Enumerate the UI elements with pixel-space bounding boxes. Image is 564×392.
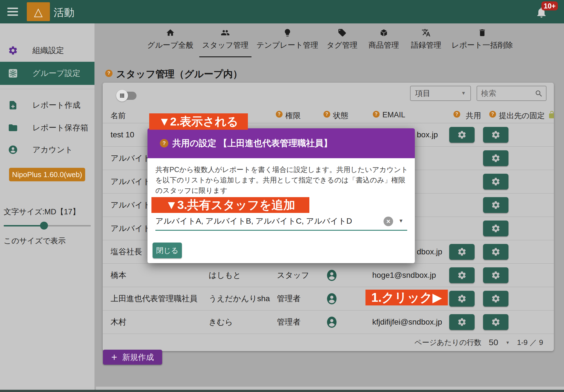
plus-icon: + bbox=[111, 352, 117, 362]
staff-name: アルバイト bbox=[111, 193, 151, 217]
tab-group-general[interactable]: グループ全般 bbox=[147, 28, 193, 57]
column-header-fix-destination[interactable]: 提出先の固定 bbox=[499, 111, 545, 121]
sidebar-item-org-settings[interactable]: 組織設定 bbox=[0, 41, 94, 60]
help-icon[interactable]: ? bbox=[489, 111, 496, 118]
font-size-label: 文字サイズ:MD【17】 bbox=[4, 207, 80, 217]
column-header-status[interactable]: 状態 bbox=[333, 111, 348, 121]
fix-destination-button[interactable] bbox=[483, 127, 508, 143]
page-title: スタッフ管理（グループ内） bbox=[116, 68, 243, 81]
sidebar-item-report-box[interactable]: レポート保存箱 bbox=[0, 119, 94, 137]
fix-destination-button[interactable] bbox=[483, 174, 508, 190]
staff-name: 塩谷社長 bbox=[111, 240, 142, 263]
search-icon bbox=[535, 89, 543, 98]
tab-staff-management[interactable]: スタッフ管理 bbox=[202, 28, 249, 57]
slider-thumb[interactable] bbox=[40, 222, 48, 230]
sidebar-item-create-report[interactable]: レポート作成 bbox=[0, 96, 94, 114]
search-field[interactable] bbox=[477, 86, 547, 101]
fix-destination-button[interactable] bbox=[483, 197, 508, 213]
help-icon[interactable]: ? bbox=[453, 111, 460, 118]
help-icon[interactable]: ? bbox=[105, 70, 113, 77]
column-header-email[interactable]: EMAIL bbox=[382, 111, 405, 119]
staff-kana: きむら bbox=[209, 310, 233, 334]
fix-destination-button[interactable] bbox=[483, 244, 508, 260]
staff-email: dbox.jp bbox=[417, 240, 442, 263]
version-button[interactable]: NipoPlus 1.60.0(web) bbox=[9, 168, 85, 181]
column-header-permission[interactable]: 権限 bbox=[285, 111, 301, 121]
close-dialog-button[interactable]: 閉じる bbox=[153, 243, 182, 258]
clear-icon[interactable]: × bbox=[384, 217, 393, 226]
column-select-dropdown[interactable]: 項目 ▼ bbox=[410, 86, 471, 101]
staff-permission: スタッフ bbox=[277, 264, 309, 287]
search-input[interactable] bbox=[481, 87, 531, 99]
sidebar-item-label: アカウント bbox=[32, 144, 73, 155]
tab-tag-management[interactable]: タグ管理 bbox=[327, 28, 357, 57]
sidebar-item-label: レポート保存箱 bbox=[32, 122, 88, 133]
staff-permission: 管理者 bbox=[277, 287, 301, 310]
sidebar-item-account[interactable]: アカウント bbox=[0, 141, 94, 159]
staff-name: 上田進也代表管理職社員 bbox=[111, 287, 197, 310]
chevron-down-icon: ▼ bbox=[461, 91, 466, 96]
status-person-icon bbox=[325, 269, 338, 282]
sidebar: 組織設定 グループ設定 レポート作成 レポート保存箱 アカウント bbox=[0, 23, 94, 390]
help-icon[interactable]: ? bbox=[323, 111, 330, 118]
folder-icon bbox=[8, 123, 18, 133]
file-plus-icon bbox=[8, 100, 18, 110]
sidebar-item-label: レポート作成 bbox=[32, 100, 80, 111]
translate-icon bbox=[422, 28, 431, 37]
tab-template-management[interactable]: テンプレート管理 bbox=[256, 28, 318, 57]
status-person-icon bbox=[325, 316, 338, 329]
slider-fill bbox=[4, 225, 40, 226]
cube-icon bbox=[379, 28, 388, 37]
tab-bulk-delete-reports[interactable]: レポート一括削除 bbox=[451, 28, 513, 57]
fix-destination-button[interactable] bbox=[483, 314, 508, 330]
fix-destination-button[interactable] bbox=[483, 291, 508, 307]
column-header-share[interactable]: 共用 bbox=[466, 111, 481, 121]
dialog-description: 共有PCから複数人がレポートを書く場合に設定します。共用したいアカウントを以下の… bbox=[155, 164, 408, 196]
trash-icon bbox=[478, 28, 487, 37]
share-settings-button[interactable] bbox=[449, 127, 475, 143]
hamburger-menu-icon[interactable] bbox=[7, 8, 18, 16]
share-settings-button[interactable] bbox=[449, 291, 475, 307]
staff-name: 橋本 bbox=[111, 264, 126, 287]
pagination-bar: ページあたりの行数 50 ▼ 1-9 ／ 9 bbox=[103, 334, 554, 351]
fix-destination-button[interactable] bbox=[483, 267, 508, 283]
sidebar-item-label: 組織設定 bbox=[32, 45, 64, 56]
share-settings-button[interactable] bbox=[449, 314, 475, 330]
sidebar-item-group-settings[interactable]: グループ設定 bbox=[0, 62, 94, 85]
app-header: △ 活動 10+ bbox=[0, 0, 564, 23]
column-header-name[interactable]: 名前 bbox=[111, 111, 126, 121]
chevron-down-icon[interactable]: ▼ bbox=[398, 218, 404, 224]
horizontal-scrollbar-area[interactable] bbox=[96, 387, 564, 390]
fix-destination-button[interactable] bbox=[483, 221, 508, 236]
create-new-button[interactable]: + 新規作成 bbox=[103, 350, 162, 365]
fix-destination-button[interactable] bbox=[483, 150, 508, 166]
tag-icon bbox=[338, 28, 347, 37]
help-icon[interactable]: ? bbox=[276, 111, 283, 118]
people-icon bbox=[221, 28, 230, 37]
share-settings-button[interactable] bbox=[449, 244, 475, 260]
rows-per-page-value[interactable]: 50 bbox=[489, 338, 498, 347]
column-display-toggle[interactable] bbox=[116, 90, 137, 102]
tutorial-annotation-1: 1.クリック▶ bbox=[365, 290, 448, 305]
help-icon[interactable]: ? bbox=[160, 139, 168, 147]
sidebar-item-label: グループ設定 bbox=[32, 68, 80, 79]
status-person-icon bbox=[325, 292, 338, 305]
gear-square-icon bbox=[8, 68, 18, 78]
chevron-down-icon[interactable]: ▼ bbox=[506, 340, 510, 345]
grid-icon bbox=[116, 90, 128, 102]
staff-email: box.jp bbox=[417, 123, 438, 146]
font-size-slider[interactable] bbox=[4, 221, 91, 230]
staff-name: 木村 bbox=[111, 310, 126, 334]
share-settings-button[interactable] bbox=[449, 267, 475, 283]
app-title: 活動 bbox=[54, 6, 74, 20]
staff-name: アルバイト bbox=[111, 170, 151, 193]
shared-staff-input[interactable]: アルバイトA, アルバイトB, アルバイトC, アルバイトD bbox=[155, 216, 378, 226]
table-row: 橋本 はしもと スタッフ hoge1@sndbox.jp bbox=[103, 264, 554, 287]
tab-product-management[interactable]: 商品管理 bbox=[369, 28, 399, 57]
staff-name: アルバイト bbox=[111, 147, 151, 170]
lightbulb-icon bbox=[283, 28, 292, 37]
help-icon[interactable]: ? bbox=[373, 111, 380, 118]
tab-glossary-management[interactable]: 語録管理 bbox=[411, 28, 441, 57]
bottom-bar bbox=[0, 390, 564, 392]
app-logo[interactable]: △ bbox=[27, 2, 50, 21]
